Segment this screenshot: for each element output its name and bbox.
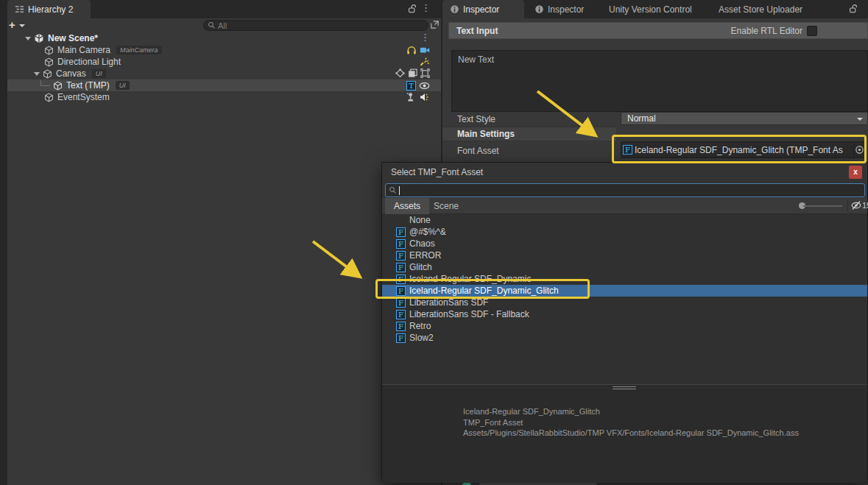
inspector-tab-label: Inspector <box>463 4 499 15</box>
tab-hierarchy[interactable]: Hierarchy 2 <box>7 0 91 18</box>
window-left-edge <box>0 0 7 485</box>
arrow-to-selected-item <box>313 241 358 275</box>
hierarchy-row-directional-light[interactable]: Directional Light <box>7 56 441 68</box>
font-asset-icon: F <box>396 239 406 249</box>
tree-connector <box>40 80 50 86</box>
font-asset-icon: F <box>396 251 406 261</box>
tab-unity-version-control[interactable]: Unity Version Control <box>601 0 699 18</box>
hierarchy-row-new-scene[interactable]: New Scene* ⋮ <box>7 32 441 44</box>
font-asset-icon: F <box>396 298 406 308</box>
toolbar-separator <box>847 200 848 212</box>
close-button[interactable]: x <box>849 166 862 179</box>
lock-icon[interactable] <box>407 4 417 14</box>
text-input-title: Text Input <box>456 26 498 36</box>
main-settings-label: Main Settings <box>457 129 515 139</box>
canvas-renderer-icon[interactable] <box>420 68 430 78</box>
dialog-title-bar[interactable]: Select TMP_Font Asset <box>382 163 867 182</box>
font-asset-label: Font Asset <box>457 146 499 156</box>
text-style-dropdown[interactable]: Normal <box>621 112 868 125</box>
font-asset-icon: F <box>396 333 406 343</box>
scene-name: New Scene* <box>48 33 98 43</box>
tab-inspector-2[interactable]: Inspector <box>527 0 591 18</box>
font-asset-list: None F@#$%^& FChaos FERROR FGlitch FIcel… <box>382 214 867 384</box>
audio-listener-icon[interactable] <box>406 45 417 55</box>
gameobject-name: Main Camera <box>57 45 110 55</box>
hierarchy-menu-icon[interactable]: ⋮ <box>421 4 431 13</box>
rtl-editor-checkbox[interactable] <box>807 26 817 36</box>
list-item[interactable]: FChaos <box>382 238 867 249</box>
annotation-box-font-asset <box>612 135 867 163</box>
dialog-title: Select TMP_Font Asset <box>391 167 483 177</box>
cube-icon <box>44 57 54 67</box>
hierarchy-search-field[interactable]: All <box>203 20 428 31</box>
hierarchy-row-text-tmp[interactable]: Text (TMP) UI T <box>7 79 441 91</box>
expander-icon[interactable] <box>34 72 40 76</box>
main-settings-header[interactable]: Main Settings <box>442 127 616 141</box>
create-button[interactable]: + <box>9 18 15 31</box>
dialog-search-field[interactable] <box>385 183 865 197</box>
chevron-down-icon <box>857 118 863 121</box>
detail-asset-type: TMP_Font Asset <box>463 417 799 428</box>
eye-off-icon <box>851 200 861 210</box>
text-input-field[interactable]: New Text <box>451 50 868 112</box>
cube-icon <box>44 46 54 55</box>
hierarchy-row-main-camera[interactable]: Main Camera MainCamera <box>7 44 441 56</box>
inspector-lock-icon[interactable] <box>848 4 858 14</box>
scene-tab-label: Scene <box>434 201 459 211</box>
hierarchy-row-canvas[interactable]: Canvas UI <box>7 68 441 79</box>
joystick-icon[interactable] <box>406 92 417 102</box>
expander-icon[interactable] <box>25 37 31 40</box>
camera-icon[interactable] <box>420 45 430 55</box>
detail-asset-path: Assets/Plugins/StellaRabbitStudio/TMP VF… <box>463 428 799 439</box>
canvas-scaler-icon[interactable] <box>408 68 417 78</box>
hierarchy-icon <box>15 4 24 14</box>
create-dropdown-caret-icon[interactable] <box>19 24 25 27</box>
tab-inspector-1[interactable]: Inspector <box>442 0 524 18</box>
info-icon <box>450 4 459 14</box>
list-item[interactable]: FLiberationSans SDF - Fallback <box>382 308 867 320</box>
row-menu-icon[interactable]: ⋮ <box>420 33 430 42</box>
list-item[interactable]: FGlitch <box>382 261 867 273</box>
tab-assets[interactable]: Assets <box>385 198 429 214</box>
list-item[interactable]: FSlow2 <box>382 332 867 344</box>
search-icon <box>208 21 216 29</box>
ui-badge: UI <box>92 69 106 78</box>
hierarchy-row-eventsystem[interactable]: EventSystem <box>7 91 441 103</box>
rtl-editor-label: Enable RTL Editor <box>731 26 802 36</box>
rect-tool-icon[interactable] <box>395 68 405 78</box>
search-filter-label: All <box>218 21 227 30</box>
gameobject-name: Text (TMP) <box>66 80 110 91</box>
hidden-count: 15 <box>862 201 868 210</box>
light-icon[interactable] <box>420 57 430 67</box>
search-icon <box>389 186 397 194</box>
uvc-tab-label: Unity Version Control <box>609 4 692 15</box>
list-item[interactable]: FERROR <box>382 249 867 261</box>
tmp-text-icon[interactable]: T <box>406 81 416 91</box>
tab-scene[interactable]: Scene <box>425 198 467 214</box>
font-asset-icon: F <box>396 227 406 237</box>
cube-icon <box>44 93 54 102</box>
text-style-value: Normal <box>627 113 656 124</box>
hidden-items-toggle[interactable]: 15 <box>851 200 868 210</box>
text-cursor <box>399 186 400 195</box>
unity-editor-window: Hierarchy 2 ⋮ Inspector Inspector Unity … <box>0 0 868 485</box>
text-input-header[interactable]: Text Input Enable RTL Editor <box>448 22 868 39</box>
hierarchy-tab-label: Hierarchy 2 <box>28 4 73 15</box>
list-item-none[interactable]: None <box>382 214 867 226</box>
eye-icon[interactable] <box>419 80 430 91</box>
font-asset-icon: F <box>396 310 406 319</box>
asset-details-panel: Iceland-Regular SDF_Dynamic_Glitch TMP_F… <box>382 384 867 483</box>
cube-icon <box>53 81 63 91</box>
asu-tab-label: Asset Store Uploader <box>719 4 802 15</box>
list-item[interactable]: FRetro <box>382 320 867 332</box>
assets-tab-label: Assets <box>394 201 420 211</box>
cube-icon <box>43 69 52 79</box>
annotation-box-selected-item <box>375 279 590 299</box>
tab-asset-store-uploader[interactable]: Asset Store Uploader <box>711 0 810 18</box>
zoom-slider-track[interactable] <box>803 205 842 207</box>
popout-icon[interactable] <box>430 20 440 29</box>
speaker-icon[interactable] <box>420 92 430 102</box>
list-item[interactable]: F@#$%^& <box>382 226 867 238</box>
resize-handle[interactable] <box>613 386 636 391</box>
inspector2-tab-label: Inspector <box>548 4 584 15</box>
